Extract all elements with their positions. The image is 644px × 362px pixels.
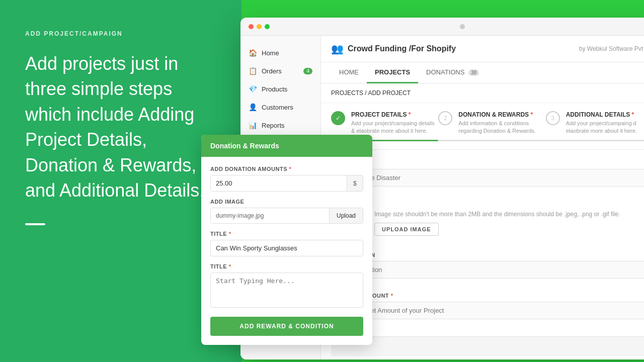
orders-icon: 📋 xyxy=(249,67,257,75)
app-logo: 👥 Crowd Funding /For Shopify xyxy=(331,43,456,55)
donation-amount-input[interactable] xyxy=(211,175,347,191)
reward-description-label: TITLE * xyxy=(210,263,363,269)
project-location-label: ECT LOCATION xyxy=(331,252,644,258)
sidebar-item-label: Products xyxy=(262,85,287,93)
reward-description-group: TITLE * xyxy=(210,263,363,310)
donation-panel-header: Donation & Rewards xyxy=(201,135,372,157)
project-image-group: ECT IMAGE * 📷 Image size shouldn't be mo… xyxy=(331,201,644,245)
goal-amount-group: ECT GOAL AMOUNT * xyxy=(331,293,644,326)
sidebar-item-label: Customers xyxy=(262,104,293,111)
sidebar-item-products[interactable]: 💎 Products xyxy=(240,80,320,98)
reports-icon: 📊 xyxy=(249,121,257,129)
file-upload-button[interactable]: Upload xyxy=(329,208,363,223)
step-3-circle: 3 xyxy=(546,111,560,125)
add-image-label: ADD IMAGE xyxy=(210,199,363,205)
step-2-description: Add information & conditions regarding D… xyxy=(458,120,545,135)
by-webkul-label: by Webkul Software Pvt Ltd xyxy=(579,45,644,52)
project-location-group: ECT LOCATION xyxy=(331,252,644,286)
left-heading: Add projects just in three simple steps … xyxy=(25,51,211,203)
step-donation-rewards: 2 DONATION & REWARDS * Add information &… xyxy=(438,111,545,141)
currency-suffix: $ xyxy=(347,175,363,191)
orders-badge: 4 xyxy=(303,68,312,74)
add-reward-button[interactable]: ADD REWARD & CONDITION xyxy=(210,317,363,336)
products-icon: 💎 xyxy=(249,85,257,93)
image-info: Image size shouldn't be more than 2MB an… xyxy=(374,210,644,245)
step-2-info: DONATION & REWARDS * Add information & c… xyxy=(458,111,545,135)
step-3-description: Add your project/campaing d elaobrate mo… xyxy=(566,120,644,135)
image-hint: Image size shouldn't be more than 2MB an… xyxy=(374,210,644,219)
image-upload-area: 📷 Image size shouldn't be more than 2MB … xyxy=(331,210,644,245)
sidebar-item-orders[interactable]: 📋 Orders 4 xyxy=(240,62,320,80)
project-title-input[interactable] xyxy=(331,169,644,187)
step-3-info: ADDITIONAL DETAILS * Add your project/ca… xyxy=(566,111,644,135)
step-1-description: Add your project/campaing details & elao… xyxy=(351,120,438,135)
minimize-dot xyxy=(257,24,262,29)
browser-bar xyxy=(240,18,644,36)
donation-amount-group: ADD DONATION AMOUNTS * $ xyxy=(210,166,363,192)
project-title-group: ECT TITLE * xyxy=(331,160,644,194)
goal-amount-input[interactable] xyxy=(331,302,644,319)
sidebar-item-customers[interactable]: 👤 Customers xyxy=(240,98,320,116)
home-icon: 🏠 xyxy=(249,49,257,57)
project-title-label: ECT TITLE * xyxy=(331,160,644,166)
customers-icon: 👤 xyxy=(249,103,257,111)
reward-description-input[interactable] xyxy=(210,273,363,308)
tab-donations[interactable]: DONATIONS 38 xyxy=(418,62,487,83)
sidebar-item-label: Home xyxy=(262,49,279,57)
sidebar-item-reports[interactable]: 📊 Reports xyxy=(240,116,320,134)
crowd-funding-icon: 👥 xyxy=(331,43,344,55)
file-name-display: dummy-image.jpg xyxy=(211,208,329,223)
form-footer xyxy=(331,336,644,356)
nav-tabs: HOME PROJECTS DONATIONS 38 xyxy=(321,62,644,83)
donation-amount-input-group: $ xyxy=(210,175,363,192)
add-image-group: ADD IMAGE dummy-image.jpg Upload xyxy=(210,199,363,224)
step-3-title: ADDITIONAL DETAILS * xyxy=(566,111,644,118)
breadcrumb-prefix: PROJECTS xyxy=(331,89,363,97)
reward-title-label: TITLE * xyxy=(210,231,363,237)
step-2-circle: 2 xyxy=(438,111,452,125)
left-eyebrow: ADD PROJECT/CAMPAIGN xyxy=(25,30,211,37)
tab-projects[interactable]: PROJECTS xyxy=(367,62,418,83)
breadcrumb: PROJECTS / ADD PROJECT xyxy=(321,83,644,103)
app-header: 👥 Crowd Funding /For Shopify by Webkul S… xyxy=(321,36,644,62)
step-1-title: PROJECT DETAILS * xyxy=(351,111,438,118)
browser-controls xyxy=(249,24,270,29)
step-1-info: PROJECT DETAILS * Add your project/campa… xyxy=(351,111,438,135)
step-2-title: DONATION & REWARDS * xyxy=(458,111,545,118)
maximize-dot xyxy=(265,24,270,29)
project-image-label: ECT IMAGE * xyxy=(331,201,644,207)
sidebar-item-home[interactable]: 🏠 Home xyxy=(240,44,320,62)
donation-rewards-panel: Donation & Rewards ADD DONATION AMOUNTS … xyxy=(201,135,372,345)
donation-panel-body: ADD DONATION AMOUNTS * $ ADD IMAGE dummy… xyxy=(201,157,372,345)
file-input-group: dummy-image.jpg Upload xyxy=(210,208,363,224)
goal-amount-label: ECT GOAL AMOUNT * xyxy=(331,293,644,299)
app-title: Crowd Funding /For Shopify xyxy=(348,44,456,53)
step-additional-details: 3 ADDITIONAL DETAILS * Add your project/… xyxy=(546,111,644,141)
upload-image-button[interactable]: UPLOAD IMAGE xyxy=(374,223,439,236)
project-location-input[interactable] xyxy=(331,261,644,279)
sidebar-item-label: Orders xyxy=(262,67,282,75)
donations-badge: 38 xyxy=(468,69,479,76)
divider xyxy=(25,223,45,225)
reward-title-input[interactable] xyxy=(210,240,363,256)
step-1-circle: ✓ xyxy=(331,111,345,125)
breadcrumb-current: ADD PROJECT xyxy=(368,89,411,97)
browser-indicator xyxy=(460,24,465,29)
sidebar-item-label: Reports xyxy=(262,122,285,129)
close-dot xyxy=(249,24,254,29)
reward-title-group: TITLE * xyxy=(210,231,363,256)
donation-amount-label: ADD DONATION AMOUNTS * xyxy=(210,166,363,172)
tab-home[interactable]: HOME xyxy=(331,62,367,83)
